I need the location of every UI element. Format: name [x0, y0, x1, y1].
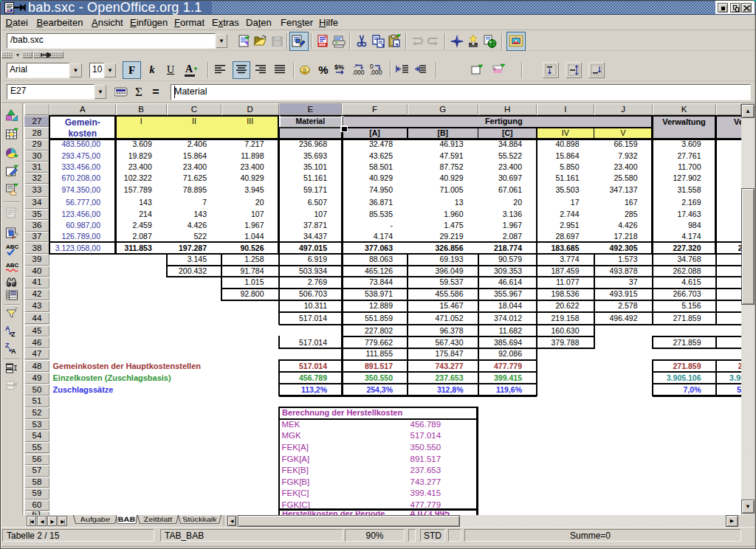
svg-text:Z: Z — [11, 331, 16, 338]
svg-text:ABC: ABC — [6, 262, 18, 269]
svg-text:0: 0 — [370, 63, 374, 70]
svg-text:9: 9 — [303, 66, 306, 74]
svg-text:$%: $% — [334, 63, 344, 71]
svg-text:↗: ↗ — [353, 63, 358, 69]
svg-text:ABC: ABC — [6, 244, 18, 250]
svg-text:A: A — [11, 348, 16, 355]
svg-text:A: A — [5, 325, 10, 332]
svg-text:.000: .000 — [352, 69, 365, 76]
svg-text:Z: Z — [5, 342, 10, 349]
